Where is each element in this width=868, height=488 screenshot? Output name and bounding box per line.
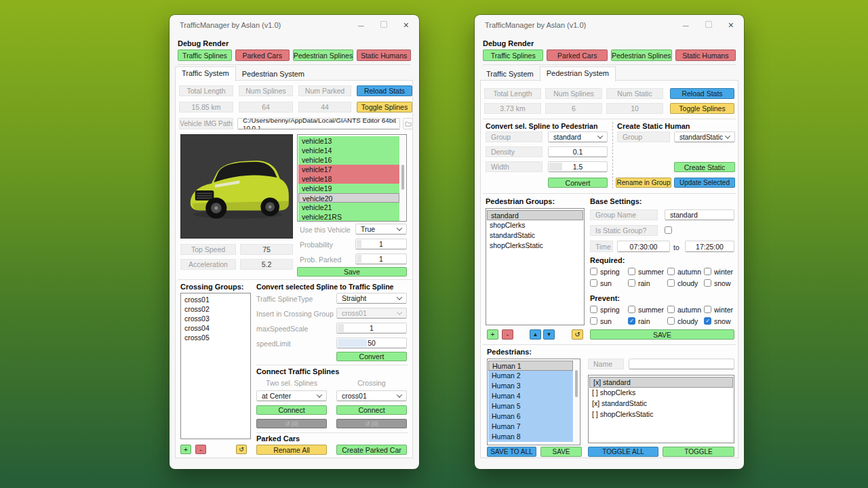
- checkbox-unchecked-icon[interactable]: [667, 268, 675, 275]
- use-this-vehicle-dropdown[interactable]: True: [355, 224, 407, 235]
- prob-parked-input[interactable]: 1: [355, 253, 407, 264]
- vehicle-list-item[interactable]: vehicle18: [298, 174, 399, 184]
- required-snow-checkbox[interactable]: snow: [704, 279, 735, 287]
- pedestrian-list-item[interactable]: Human 3: [488, 381, 573, 391]
- group-name-input[interactable]: standard: [665, 209, 734, 220]
- tab-pedestrian-system[interactable]: Pedestrian System: [236, 68, 311, 81]
- vehicle-list-item[interactable]: vehicle17: [298, 165, 399, 174]
- crossing-group-item[interactable]: cross02: [181, 304, 250, 314]
- connect-mode-dropdown[interactable]: at Center: [256, 390, 327, 401]
- membership-item[interactable]: [x] standardStatic: [589, 399, 734, 409]
- refresh-icon[interactable]: ↺: [236, 445, 247, 454]
- pedestrian-name-input[interactable]: [629, 359, 734, 369]
- checkbox-unchecked-icon[interactable]: [628, 268, 635, 275]
- reload-stats-button[interactable]: Reload Stats: [357, 85, 412, 96]
- pedestrian-group-item[interactable]: standardStatic: [486, 230, 584, 241]
- membership-item[interactable]: [x] standard: [589, 377, 733, 388]
- pedestrian-group-item[interactable]: shopClerksStatic: [486, 241, 584, 251]
- vehicle-list-item[interactable]: vehicle19: [298, 184, 399, 193]
- checkbox-unchecked-icon[interactable]: [590, 279, 597, 287]
- remove-crossing-group-button[interactable]: -: [195, 445, 206, 454]
- crossing-group-item[interactable]: cross05: [181, 333, 250, 342]
- crossing-group-item[interactable]: cross04: [181, 323, 250, 333]
- checkbox-unchecked-icon[interactable]: [590, 306, 597, 313]
- toggle-button[interactable]: TOGGLE: [663, 447, 734, 457]
- debug-toggle-parked-cars[interactable]: Parked Cars: [547, 49, 607, 61]
- checkbox-unchecked-icon[interactable]: [590, 317, 597, 325]
- connect-splines-button[interactable]: Connect: [256, 405, 327, 415]
- scrollbar-thumb[interactable]: [575, 370, 578, 397]
- checkbox-checked-icon[interactable]: [628, 317, 635, 325]
- prevent-spring-checkbox[interactable]: spring: [590, 305, 628, 314]
- insert-crossing-group-dropdown[interactable]: cross01: [336, 308, 407, 319]
- checkbox-unchecked-icon[interactable]: [667, 306, 675, 313]
- checkbox-unchecked-icon[interactable]: [667, 317, 675, 325]
- vehicle-list-item[interactable]: vehicle16: [298, 155, 399, 165]
- pedestrian-group-item[interactable]: shopClerks: [486, 220, 584, 230]
- vehicle-list-item[interactable]: vehicle21RS: [298, 212, 399, 222]
- vehicle-list-item[interactable]: vehicle14: [298, 146, 399, 155]
- checkbox-unchecked-icon[interactable]: [628, 306, 635, 313]
- connect-crossing-button[interactable]: Connect: [336, 405, 407, 415]
- width-input[interactable]: 1.5: [548, 161, 608, 172]
- pedestrian-list-item[interactable]: Human 5: [488, 401, 573, 411]
- move-down-icon[interactable]: ▼: [543, 329, 555, 340]
- tab-traffic-system[interactable]: Traffic System: [175, 66, 236, 81]
- time-to-input[interactable]: 17:25:00: [685, 241, 734, 252]
- create-parked-car-button[interactable]: Create Parked Car: [336, 445, 407, 455]
- vehicle-list[interactable]: vehicle13vehicle14vehicle16vehicle17vehi…: [297, 134, 407, 222]
- move-up-icon[interactable]: ▲: [530, 329, 541, 340]
- debug-toggle-pedestrian-splines[interactable]: Pedestrian Splines: [293, 49, 354, 61]
- debug-toggle-traffic-splines[interactable]: Traffic Splines: [178, 49, 232, 61]
- checkbox-unchecked-icon[interactable]: [628, 279, 635, 287]
- add-crossing-group-button[interactable]: +: [180, 445, 191, 454]
- prevent-winter-checkbox[interactable]: winter: [704, 305, 735, 314]
- speed-limit-input[interactable]: 50: [336, 338, 407, 348]
- create-static-button[interactable]: Create Static: [674, 162, 735, 172]
- save-to-all-button[interactable]: SAVE TO ALL: [487, 447, 536, 457]
- pedestrian-groups-list[interactable]: standardshopClerksstandardStaticshopCler…: [486, 208, 585, 325]
- required-spring-checkbox[interactable]: spring: [590, 267, 628, 276]
- connect-crossing-dropdown[interactable]: cross01: [336, 390, 407, 401]
- toggle-all-button[interactable]: TOGGLE ALL: [588, 447, 658, 457]
- crossing-group-item[interactable]: cross01: [181, 295, 250, 304]
- update-selected-button[interactable]: Update Selected: [674, 178, 735, 188]
- close-icon[interactable]: [728, 20, 734, 30]
- group-membership-list[interactable]: [x] standard[ ] shopClerks[x] standardSt…: [588, 375, 734, 443]
- traffic-spline-type-dropdown[interactable]: Straight: [336, 293, 407, 304]
- vehicle-img-path-input[interactable]: C:/Users/benny/AppData/Local/GIANTS Edit…: [237, 118, 400, 129]
- probability-input[interactable]: 1: [355, 239, 407, 249]
- pedestrian-list-item[interactable]: Human 2: [488, 371, 573, 381]
- debug-toggle-pedestrian-splines[interactable]: Pedestrian Splines: [611, 49, 672, 61]
- convert-spline-button[interactable]: Convert: [336, 352, 407, 361]
- close-icon[interactable]: [403, 20, 409, 30]
- density-input[interactable]: 0.1: [548, 146, 608, 157]
- toggle-splines-button[interactable]: Toggle Splines: [670, 103, 734, 114]
- required-autumn-checkbox[interactable]: autumn: [667, 267, 704, 276]
- save-vehicle-button[interactable]: Save: [297, 267, 407, 277]
- crossing-groups-list[interactable]: cross01cross02cross03cross04cross05: [180, 293, 251, 439]
- browse-folder-button[interactable]: [403, 118, 413, 129]
- checkbox-unchecked-icon[interactable]: [704, 279, 711, 287]
- rename-in-group-button[interactable]: Rename in Group: [616, 178, 671, 188]
- required-summer-checkbox[interactable]: summer: [628, 267, 667, 276]
- max-speed-scale-input[interactable]: 1: [336, 323, 407, 333]
- pedestrians-list[interactable]: Human 1Human 2Human 3Human 4Human 5Human…: [487, 359, 580, 445]
- scrollbar-thumb[interactable]: [401, 165, 404, 190]
- time-from-input[interactable]: 07:30:00: [617, 241, 670, 252]
- pedestrian-group-item[interactable]: standard: [487, 210, 583, 220]
- debug-toggle-traffic-splines[interactable]: Traffic Splines: [483, 49, 543, 61]
- maximize-icon[interactable]: [380, 21, 387, 29]
- save-group-button[interactable]: SAVE: [590, 329, 734, 340]
- tab-pedestrian-system[interactable]: Pedestrian System: [540, 66, 616, 81]
- convert-pedestrian-button[interactable]: Convert: [548, 178, 608, 188]
- minimize-icon[interactable]: [358, 22, 364, 29]
- pedestrian-list-item[interactable]: Human 6: [488, 411, 573, 422]
- prevent-summer-checkbox[interactable]: summer: [628, 305, 667, 314]
- pedestrian-list-item[interactable]: Human 1: [488, 361, 573, 371]
- static-group-dropdown[interactable]: standardStatic: [674, 131, 735, 142]
- required-sun-checkbox[interactable]: sun: [590, 279, 628, 287]
- save-pedestrian-button[interactable]: SAVE: [540, 447, 582, 457]
- pedestrian-list-item[interactable]: Human 7: [488, 422, 573, 432]
- debug-toggle-parked-cars[interactable]: Parked Cars: [235, 49, 290, 61]
